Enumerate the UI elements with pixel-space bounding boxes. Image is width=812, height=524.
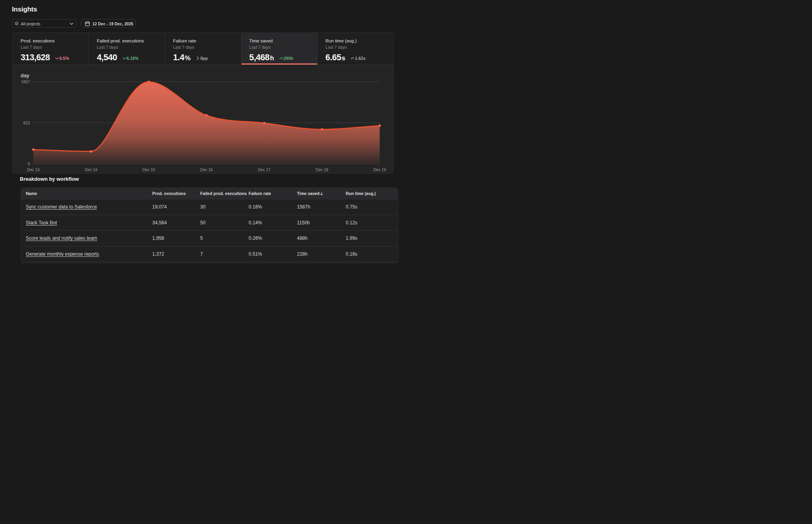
svg-text:0: 0 bbox=[28, 162, 30, 166]
svg-text:Dec 16: Dec 16 bbox=[200, 168, 213, 172]
svg-text:Dec 13: Dec 13 bbox=[27, 168, 40, 172]
svg-text:Dec 19: Dec 19 bbox=[373, 168, 386, 172]
svg-text:Dec 18: Dec 18 bbox=[316, 168, 328, 172]
svg-text:Dec 14: Dec 14 bbox=[85, 168, 98, 172]
svg-text:Dec 15: Dec 15 bbox=[142, 168, 155, 172]
svg-text:Dec 17: Dec 17 bbox=[258, 168, 271, 172]
svg-text:833: 833 bbox=[23, 121, 30, 125]
svg-text:1667: 1667 bbox=[21, 80, 30, 84]
